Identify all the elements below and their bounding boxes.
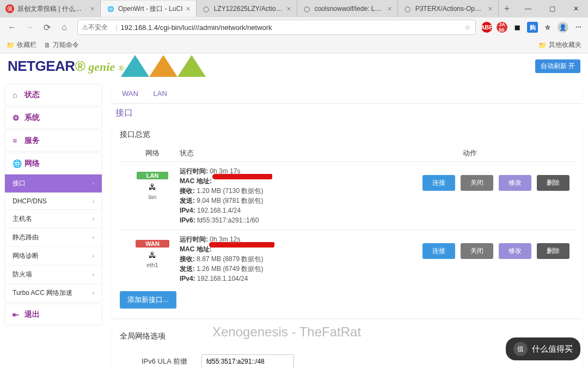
- device-name: lan: [149, 194, 157, 200]
- tab-title: OpenWrt - 接口 - LuCI: [118, 4, 182, 14]
- global-options-panel: 全局网络选项 IPv6 ULA 前缀: [112, 325, 583, 368]
- bookmarks-bar: 📁 收藏栏 🗎 万能命令 📁 其他收藏夹: [0, 37, 588, 53]
- tab-close-icon[interactable]: ×: [488, 4, 492, 13]
- redaction-mark: [212, 174, 272, 179]
- bookmark-item[interactable]: 🗎 万能命令: [44, 40, 79, 50]
- github-icon: ◯: [403, 4, 412, 13]
- subtab-lan[interactable]: LAN: [153, 89, 167, 98]
- tab-favicon: 值: [5, 4, 14, 13]
- interface-row-lan: LAN 🖧 lan 运行时间: 0h 3m 17s MAC 地址: 接收: 1.…: [120, 161, 575, 230]
- ethernet-icon: 🖧: [149, 183, 156, 191]
- stop-button[interactable]: 关闭: [461, 175, 493, 191]
- delete-button[interactable]: 删除: [537, 243, 569, 259]
- sidebar-sub-turboacc[interactable]: Turbo ACC 网络加速›: [5, 283, 102, 302]
- ext-icon[interactable]: JA50: [497, 22, 507, 33]
- chevron-right-icon: ›: [93, 216, 94, 222]
- delete-button[interactable]: 删除: [537, 175, 569, 191]
- globe-icon: 🌐: [13, 159, 20, 168]
- window-close[interactable]: ✕: [564, 0, 588, 17]
- device-name: eth1: [146, 262, 158, 268]
- table-header-row: 网络 状态 动作: [120, 145, 575, 161]
- nav-home[interactable]: ⌂: [57, 20, 72, 35]
- ula-prefix-label: IPv6 ULA 前缀: [142, 357, 196, 366]
- subtab-wan[interactable]: WAN: [122, 89, 138, 98]
- tab-title: 原创文章投稿 | 什么值得买: [17, 4, 87, 14]
- bookmark-other[interactable]: 📁 其他收藏夹: [538, 40, 581, 50]
- sidebar-sub-dhcp[interactable]: DHCP/DNS›: [5, 192, 102, 209]
- tab-close-icon[interactable]: ×: [186, 4, 190, 13]
- sidebar-item-network[interactable]: 🌐网络: [5, 153, 102, 174]
- chevron-right-icon: ›: [93, 253, 94, 259]
- new-tab-button[interactable]: +: [499, 3, 516, 15]
- add-interface-button[interactable]: 添加新接口...: [120, 291, 176, 309]
- sidebar-sub-interfaces[interactable]: 接口›: [5, 174, 102, 192]
- github-icon: ◯: [202, 4, 211, 13]
- tab-title: P3TERX/Actions-OpenWrt: B: [415, 5, 485, 13]
- edit-button[interactable]: 修改: [499, 243, 531, 259]
- sidebar-item-services[interactable]: ≡服务: [5, 130, 102, 151]
- col-network: 网络: [125, 148, 180, 158]
- window-minimize[interactable]: —: [516, 0, 540, 17]
- browser-tab[interactable]: 值 原创文章投稿 | 什么值得买 ×: [0, 1, 101, 17]
- connect-button[interactable]: 连接: [422, 175, 455, 191]
- main-area: WAN LAN 接口 接口总览 网络 状态 动作 LAN 🖧 lan: [112, 84, 583, 368]
- url-text[interactable]: 192.168.1.4/cgi-bin/luci///admin/network…: [120, 23, 464, 32]
- interface-badge: WAN: [136, 240, 169, 248]
- ext-icon[interactable]: ▦: [512, 22, 523, 33]
- ula-prefix-input[interactable]: [201, 354, 294, 368]
- interface-row-wan: WAN 🖧 eth1 运行时间: 0h 3m 12s MAC 地址: 接收: 8…: [120, 230, 575, 288]
- ethernet-icon: 🖧: [149, 251, 156, 260]
- nav-reload[interactable]: ⟳: [39, 20, 54, 35]
- gear-icon: ⚙: [13, 113, 20, 122]
- ext-icon[interactable]: 购: [527, 22, 538, 33]
- insecure-label: ⚠ 不安全: [82, 23, 108, 32]
- favorites-icon[interactable]: ☆: [542, 22, 553, 33]
- chevron-right-icon: ›: [93, 198, 94, 204]
- panel-title: 全局网络选项: [120, 331, 575, 341]
- connect-button[interactable]: 连接: [422, 243, 455, 259]
- browser-tab[interactable]: ◯ LZY122625LZY/Actions-Ope ×: [197, 1, 297, 17]
- page-content: NETGEAR® genie® 自动刷新 开 ⌂状态 ⚙系统 ≡服务 🌐网络 接…: [0, 53, 588, 368]
- col-status: 状态: [180, 148, 370, 158]
- interface-subtabs: WAN LAN: [112, 84, 583, 103]
- chevron-right-icon: ›: [93, 290, 94, 296]
- adblock-icon[interactable]: ABP: [481, 22, 492, 33]
- sidebar-sub-diagnostics[interactable]: 网络诊断›: [5, 246, 102, 265]
- chevron-right-icon: ›: [93, 272, 94, 277]
- sidebar-item-status[interactable]: ⌂状态: [5, 85, 102, 105]
- edit-button[interactable]: 修改: [499, 175, 531, 191]
- sidebar-sub-firewall[interactable]: 防火墙›: [5, 265, 102, 283]
- bookmark-folder[interactable]: 📁 收藏栏: [7, 40, 36, 50]
- logout-icon: ⇤: [13, 310, 20, 319]
- sidebar-item-logout[interactable]: ⇤退出: [5, 304, 102, 325]
- stop-button[interactable]: 关闭: [461, 243, 493, 259]
- sidebar: ⌂状态 ⚙系统 ≡服务 🌐网络 接口› DHCP/DNS› 主机名› 静态路由›…: [4, 84, 102, 325]
- sidebar-sub-routes[interactable]: 静态路由›: [5, 228, 102, 246]
- brand-header: NETGEAR® genie® 自动刷新 开: [0, 53, 588, 79]
- list-icon: ≡: [13, 136, 20, 145]
- browser-tab[interactable]: ◯ coolsnowwolf/lede: Lean's O ×: [297, 1, 398, 17]
- tab-close-icon[interactable]: ×: [90, 4, 95, 13]
- interface-status: 运行时间: 0h 3m 12s MAC 地址: 接收: 8.87 MB (887…: [180, 234, 397, 283]
- auto-refresh-toggle[interactable]: 自动刷新 开: [535, 59, 580, 73]
- sidebar-sub-hostnames[interactable]: 主机名›: [5, 209, 102, 228]
- menu-icon[interactable]: ⋯: [573, 22, 584, 33]
- nav-forward[interactable]: →: [22, 20, 37, 35]
- github-icon: ◯: [303, 4, 311, 13]
- tab-title: LZY122625LZY/Actions-Ope: [214, 5, 284, 13]
- redaction-mark: [209, 242, 274, 248]
- tab-close-icon[interactable]: ×: [286, 4, 291, 13]
- window-maximize[interactable]: ▢: [540, 0, 564, 17]
- browser-tab[interactable]: ◯ P3TERX/Actions-OpenWrt: B ×: [398, 1, 499, 17]
- address-bar: ← → ⟳ ⌂ ⚠ 不安全 | 192.168.1.4/cgi-bin/luci…: [0, 17, 588, 37]
- nav-back[interactable]: ←: [4, 20, 20, 35]
- url-box[interactable]: ⚠ 不安全 | 192.168.1.4/cgi-bin/luci///admin…: [77, 20, 476, 35]
- profile-avatar[interactable]: 👤: [558, 22, 568, 33]
- bookmark-star-icon[interactable]: ☆: [464, 23, 471, 32]
- tab-close-icon[interactable]: ×: [387, 4, 391, 13]
- panel-title: 接口总览: [120, 130, 575, 140]
- col-actions: 动作: [370, 148, 569, 158]
- browser-tab[interactable]: 🌐 OpenWrt - 接口 - LuCI ×: [101, 1, 197, 17]
- sidebar-item-system[interactable]: ⚙系统: [5, 107, 102, 128]
- browser-chrome: 值 原创文章投稿 | 什么值得买 × 🌐 OpenWrt - 接口 - LuCI…: [0, 0, 588, 53]
